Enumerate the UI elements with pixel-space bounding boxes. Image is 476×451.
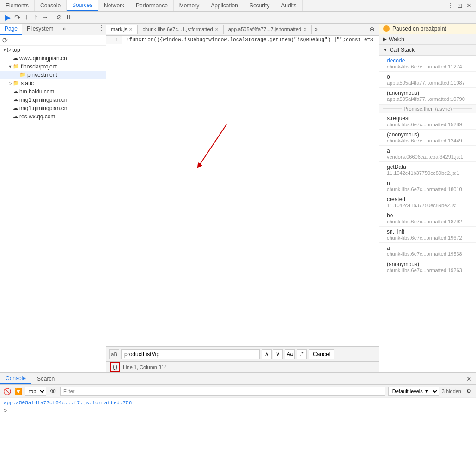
code-tab-app[interactable]: app.a505af4fa77...7.js:formatted ✕: [224, 25, 312, 34]
domain-icon-qimingpian: ☁: [13, 55, 18, 61]
domain-icon-res: ☁: [13, 113, 18, 119]
eye-icon[interactable]: 👁: [49, 387, 57, 395]
tab-elements[interactable]: Elements: [0, 0, 35, 11]
tab-sources[interactable]: Sources: [67, 0, 98, 11]
code-tab-app-close[interactable]: ✕: [303, 27, 307, 32]
call-stack-item-sninit[interactable]: sn._init chunk-libs.6e7c...ormatted:1967…: [379, 227, 476, 243]
paused-banner: Paused on breakpoint: [379, 24, 476, 34]
right-panel: Paused on breakpoint ▶ Watch ▼ Call Stac…: [379, 24, 476, 373]
more-tabs-button[interactable]: »: [312, 24, 321, 34]
watch-section-header[interactable]: ▶ Watch: [379, 34, 476, 45]
call-stack-item-created[interactable]: created 11.1042c41b37750ec89be2.js:1: [379, 194, 476, 210]
step-over-button[interactable]: ↷: [13, 13, 21, 21]
more-sources-tab[interactable]: »: [58, 24, 70, 35]
code-tab-chunk[interactable]: chunk-libs.6e7c...1.js:formatted ✕: [138, 25, 223, 34]
filter-input[interactable]: [60, 387, 385, 396]
tab-memory[interactable]: Memory: [174, 0, 205, 11]
console-content[interactable]: app.a505af4fa77cf04c...f7.js:formatted:7…: [0, 398, 476, 451]
call-stack-item-a[interactable]: a vendors.06606ca...cbaf34291.js:1: [379, 146, 476, 162]
tab-console[interactable]: Console: [35, 0, 67, 11]
call-stack-item-anon1[interactable]: (anonymous) app.a505af4fa77...ormatted:1…: [379, 88, 476, 104]
code-editor[interactable]: 1 !function(){window.isDebug=window.loca…: [106, 36, 379, 347]
code-tab-chunk-close[interactable]: ✕: [215, 27, 219, 32]
watch-title: Watch: [389, 36, 404, 43]
bottom-tab-console[interactable]: Console: [0, 373, 31, 384]
call-stack-item-decode[interactable]: decode chunk-libs.6e7c...ormatted:11274: [379, 56, 476, 72]
call-stack-func-a2: a: [387, 245, 472, 251]
deactivate-breakpoints-icon[interactable]: ⊘: [55, 13, 63, 21]
call-stack-loc-srequest: chunk-libs.6e7c...ormatted:15289: [387, 122, 472, 127]
tree-node-static[interactable]: ▷ 📁 static: [0, 79, 106, 87]
pretty-print-button[interactable]: {}: [110, 362, 120, 372]
console-prompt-line: >: [4, 408, 472, 414]
resume-button[interactable]: ▶: [4, 13, 12, 21]
close-bottom-panel-icon[interactable]: ✕: [465, 375, 473, 383]
tree-node-finosda[interactable]: ▼ 📁 finosda/project: [0, 62, 106, 71]
devtools-tabs: Elements Console Sources Network Perform…: [0, 0, 476, 12]
tab-network[interactable]: Network: [98, 0, 130, 11]
tree-label-finosda: finosda/project: [21, 63, 57, 70]
console-link[interactable]: app.a505af4fa77cf04c...f7.js:formatted:7…: [4, 400, 132, 406]
tab-application[interactable]: Application: [205, 0, 244, 11]
tree-node-qimingpian[interactable]: ☁ www.qimingpian.cn: [0, 54, 106, 62]
add-to-sources-icon[interactable]: ⊕: [368, 25, 376, 33]
call-stack-item-anon3[interactable]: (anonymous) chunk-libs.6e7c...ormatted:1…: [379, 259, 476, 275]
search-case-icon[interactable]: aB: [109, 349, 119, 359]
call-stack-func-n: n: [387, 180, 472, 186]
code-tab-mark[interactable]: mark.js ✕: [106, 25, 138, 34]
close-devtools-icon[interactable]: ✕: [465, 1, 473, 10]
tree-node-top[interactable]: ▼ ▷ top: [0, 46, 106, 54]
filesystem-tab[interactable]: Filesystem: [22, 24, 58, 35]
hidden-count: 3 hidden: [442, 389, 461, 394]
tab-security[interactable]: Security: [244, 0, 275, 11]
search-next-button[interactable]: ∨: [273, 349, 283, 359]
call-stack-func-a: a: [387, 148, 472, 154]
call-stack-loc-a: vendors.06606ca...cbaf34291.js:1: [387, 154, 472, 160]
status-bar: {} Line 1, Column 314: [106, 361, 379, 372]
bottom-tab-search[interactable]: Search: [31, 374, 60, 384]
call-stack-item-n[interactable]: n chunk-libs.6e7c...ormatted:18010: [379, 178, 476, 194]
domain-icon-img1b: ☁: [13, 105, 18, 111]
tab-audits[interactable]: Audits: [275, 0, 302, 11]
step-button[interactable]: →: [41, 13, 49, 21]
filter-toggle-icon[interactable]: 🔽: [14, 387, 22, 395]
page-tab[interactable]: Page: [0, 24, 22, 35]
call-stack-section-header[interactable]: ▼ Call Stack: [379, 45, 476, 56]
call-stack-loc-o: app.a505af4fa77...ormatted:11087: [387, 80, 472, 86]
search-regex-button[interactable]: .*: [297, 349, 307, 359]
pause-on-exceptions-icon[interactable]: ⏸: [64, 13, 73, 21]
call-stack-item-o[interactable]: o app.a505af4fa77...ormatted:11087: [379, 72, 476, 88]
call-stack-item-be[interactable]: be chunk-libs.6e7c...ormatted:18792: [379, 210, 476, 227]
search-input[interactable]: [121, 349, 260, 359]
call-stack-item-srequest[interactable]: s.request chunk-libs.6e7c...ormatted:152…: [379, 113, 476, 130]
tree-node-img1[interactable]: ☁ img1.qimingpian.cn: [0, 96, 106, 104]
tab-performance[interactable]: Performance: [130, 0, 174, 11]
call-stack-item-a2[interactable]: a chunk-libs.6e7c...ormatted:19538: [379, 243, 476, 259]
tree-node-res[interactable]: ☁ res.wx.qq.com: [0, 112, 106, 121]
folder-icon-top: ▷: [7, 47, 11, 53]
step-into-button[interactable]: ↓: [22, 13, 31, 21]
step-out-button[interactable]: ↑: [31, 13, 40, 21]
line-content-1: !function(){window.isDebug=window.localS…: [122, 36, 377, 44]
code-tab-mark-close[interactable]: ✕: [129, 27, 133, 32]
new-snippet-icon[interactable]: ⋮: [98, 24, 106, 32]
more-options-icon[interactable]: ⋮: [446, 1, 455, 10]
search-cancel-button[interactable]: Cancel: [309, 349, 334, 359]
paused-indicator: [383, 25, 390, 32]
call-stack-func-anon3: (anonymous): [387, 261, 472, 267]
console-settings-icon[interactable]: ⚙: [464, 387, 473, 396]
detach-icon[interactable]: ⊡: [456, 1, 464, 10]
tree-node-img1b[interactable]: ☁ img1.qimingpian.cn: [0, 104, 106, 112]
call-stack-item-anon2[interactable]: (anonymous) chunk-libs.6e7c...ormatted:1…: [379, 130, 476, 146]
clear-console-icon[interactable]: 🚫: [3, 387, 11, 395]
context-selector[interactable]: top: [25, 387, 46, 396]
search-case-sensitive-button[interactable]: Aa: [285, 349, 295, 359]
search-prev-button[interactable]: ∧: [262, 349, 272, 359]
console-entry-1: app.a505af4fa77cf04c...f7.js:formatted:7…: [4, 400, 472, 406]
call-stack-item-getdata[interactable]: getData 11.1042c41b37750ec89be2.js:1: [379, 162, 476, 178]
log-level-selector[interactable]: Default levels ▼: [388, 387, 439, 396]
async-label: Promise.then (async): [404, 106, 452, 111]
tree-node-baidu[interactable]: ☁ hm.baidu.com: [0, 87, 106, 96]
tree-node-pinvestment[interactable]: 📁 pinvestment: [0, 71, 106, 79]
sync-icon[interactable]: ⟳: [1, 36, 9, 44]
